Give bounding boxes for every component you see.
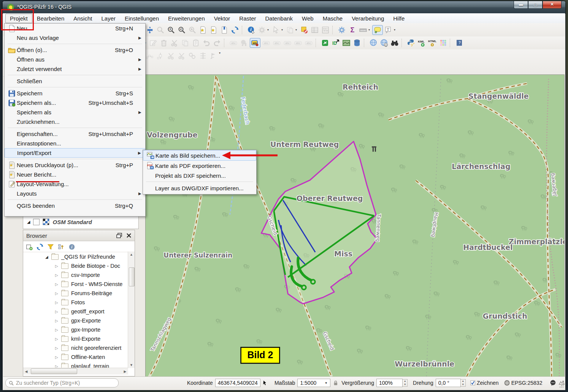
- project-menu-item-speichern-als[interactable]: Speichern als...Strg+Umschalt+S: [5, 98, 145, 107]
- browser-tree-item-forst-wms-dienste[interactable]: ▷Forst - WMS-Dienste: [23, 280, 128, 289]
- menubar-item-hilfe[interactable]: Hilfe: [389, 14, 409, 23]
- project-menu-item-speichern[interactable]: SpeichernStrg+S: [5, 89, 145, 98]
- redo-icon[interactable]: [212, 38, 222, 47]
- fill-ring-dropdown-icon[interactable]: ▾: [219, 51, 222, 55]
- color-grid-plugin-icon[interactable]: [438, 38, 448, 47]
- text-annotation-icon[interactable]: T: [384, 25, 393, 35]
- new-bookmark-icon[interactable]: [198, 25, 208, 35]
- menubar-item-einstellungen[interactable]: Einstellungen: [120, 14, 163, 23]
- split-parts-icon[interactable]: [177, 51, 187, 60]
- statistics-icon[interactable]: [320, 25, 330, 35]
- scroll-down-arrow[interactable]: ▼: [128, 362, 135, 368]
- deselect-features-icon[interactable]: [299, 25, 309, 35]
- magnifier-field[interactable]: 100%: [376, 379, 403, 387]
- layer-labeling-icon[interactable]: abc: [228, 38, 238, 47]
- zoom-full-icon[interactable]: [155, 25, 165, 35]
- menubar-item-ansicht[interactable]: Ansicht: [69, 14, 97, 23]
- tree-expanded-icon[interactable]: ◢: [45, 255, 51, 259]
- paste-features-icon[interactable]: [191, 38, 201, 47]
- layer-expand-arrow[interactable]: ◢: [27, 220, 30, 224]
- digitize-move-icon[interactable]: [155, 51, 165, 60]
- show-hidden-labels-icon[interactable]: abc: [272, 38, 282, 47]
- tree-collapsed-icon[interactable]: ▷: [55, 282, 60, 286]
- menubar-item-verarbeitung[interactable]: Verarbeitung: [347, 14, 389, 23]
- properties-info-icon[interactable]: i: [68, 243, 76, 250]
- browser-tree-item-gpx-importe[interactable]: ▷gpx-Importe: [23, 325, 128, 334]
- tree-collapsed-icon[interactable]: ▷: [55, 346, 60, 350]
- project-menu-item-einrastoptionen[interactable]: Einrastoptionen...: [5, 139, 145, 148]
- project-menu-item-zur-cknehmen[interactable]: Zurücknehmen...: [5, 117, 145, 126]
- menubar-item-bearbeiten[interactable]: Bearbeiten: [32, 14, 69, 23]
- tree-collapsed-icon[interactable]: ▷: [55, 355, 60, 359]
- tree-collapsed-icon[interactable]: ▷: [55, 273, 60, 277]
- render-checkbox[interactable]: [470, 380, 475, 386]
- maximize-button[interactable]: ▢: [528, 1, 543, 9]
- move-label-icon[interactable]: abc: [282, 38, 292, 47]
- tree-collapsed-icon[interactable]: ▷: [55, 328, 60, 332]
- project-menu-item-qgis-beenden[interactable]: QGIS beendenStrg+Q: [5, 201, 145, 210]
- layer-diagram-icon[interactable]: [239, 38, 249, 47]
- browser-tree-item-fotos[interactable]: ▷Fotos: [23, 298, 128, 307]
- project-menu-item-layout-verwaltung[interactable]: Layout-Verwaltung...: [5, 179, 145, 189]
- collapse-icon[interactable]: [57, 243, 65, 250]
- crs-value[interactable]: EPSG:25832: [511, 380, 543, 386]
- browser-tree-item-gpx-exporte[interactable]: ▷gpx-Exporte: [23, 316, 128, 325]
- project-menu-item-neuer-bericht[interactable]: Neuer Bericht...: [5, 170, 145, 179]
- rotation-spinner[interactable]: ▲▼: [461, 379, 466, 387]
- options-gear-icon[interactable]: [337, 25, 347, 35]
- project-menu-item-ffnen-aus[interactable]: Öffnen aus▶: [5, 55, 145, 64]
- tree-collapsed-icon[interactable]: ▷: [55, 291, 60, 296]
- project-menu-item-eigenschaften[interactable]: Eigenschaften...Strg+Umschalt+P: [5, 129, 145, 139]
- project-menu-item-zuletzt-verwendet[interactable]: Zuletzt verwendet▶: [5, 64, 145, 74]
- zoom-in-icon[interactable]: +: [166, 25, 176, 35]
- filter-icon[interactable]: [47, 243, 54, 250]
- close-button[interactable]: ✕: [543, 1, 562, 9]
- identify-features-icon[interactable]: i: [246, 25, 256, 35]
- browser-tree-item-csv-importe[interactable]: ▷csv-Importe: [23, 270, 128, 280]
- browser-tree-item-nicht-georeferenziert[interactable]: ▷nicht georeferenziert: [23, 343, 128, 352]
- plugin-id-icon[interactable]: ID: [331, 38, 341, 47]
- statistical-summary-icon[interactable]: Σ: [347, 25, 357, 35]
- menubar-item-erweiterungen[interactable]: Erweiterungen: [163, 14, 209, 23]
- project-menu-item-neu-aus-vorlage[interactable]: Neu aus Vorlage▶: [5, 33, 145, 43]
- scale-combobox[interactable]: 1:5000▼: [297, 379, 330, 387]
- reshape-icon[interactable]: [198, 51, 208, 60]
- layer-checkbox[interactable]: [33, 219, 40, 225]
- browser-tree-item-kml-exporte[interactable]: ▷kml-Exporte: [23, 334, 128, 343]
- fill-ring-icon[interactable]: [209, 51, 219, 60]
- cut-features-icon[interactable]: [170, 38, 179, 47]
- magnifier-spinner[interactable]: ▲▼: [403, 379, 408, 387]
- scroll-right-arrow[interactable]: ▶: [122, 370, 128, 373]
- vertical-scroll-thumb[interactable]: [129, 267, 135, 286]
- select-by-form-icon[interactable]: [285, 25, 295, 35]
- submenu-item-projekt-als-dxf-speichern[interactable]: Projekt als DXF speichern...: [143, 171, 256, 180]
- mouse-position-icon[interactable]: [262, 379, 268, 386]
- title-bar[interactable]: *QGIS-Pilzfr 16 - QGIS ▬ ▢ ✕: [3, 1, 565, 14]
- kml-tools-icon[interactable]: KML: [417, 38, 427, 47]
- pan-map-icon[interactable]: [145, 25, 155, 35]
- project-menu-item-neues-drucklayout-p[interactable]: Neues Drucklayout (p)...Strg+P: [5, 160, 145, 170]
- digitize-node-icon[interactable]: [145, 51, 155, 60]
- html-export-icon[interactable]: HTML: [427, 38, 437, 47]
- vertical-scrollbar[interactable]: ▲ ▼: [128, 251, 135, 368]
- toggle-editing-icon[interactable]: [148, 38, 158, 47]
- menubar-item-vektor[interactable]: Vektor: [209, 14, 235, 23]
- browser-tree-item-forums-beitr-ge[interactable]: ▷Forums-Beiträge: [23, 289, 128, 298]
- rotate-label-icon[interactable]: abc: [293, 38, 303, 47]
- scroll-left-arrow[interactable]: ◀: [23, 370, 29, 373]
- map-canvas[interactable]: RehteichStangenwäldleVolzengrubeUnterm R…: [145, 74, 565, 377]
- web-download-icon[interactable]: [368, 38, 378, 47]
- layers-panel-row[interactable]: ◢ OSM Standard: [23, 215, 139, 229]
- browser-tree-item-offline-karten[interactable]: ▷Offline-Karten: [23, 352, 128, 362]
- minimize-button[interactable]: ▬: [514, 1, 528, 9]
- tree-collapsed-icon[interactable]: ▷: [55, 319, 60, 323]
- change-label-icon[interactable]: abc: [304, 38, 314, 47]
- pin-labels-icon[interactable]: abc: [261, 38, 271, 47]
- lock-scale-icon[interactable]: [333, 380, 338, 386]
- plugin-wd-icon[interactable]: [320, 38, 330, 47]
- messages-icon[interactable]: [550, 379, 556, 387]
- tree-collapsed-icon[interactable]: ▷: [55, 337, 60, 341]
- show-bookmarks-icon[interactable]: [209, 25, 219, 35]
- text-annotation-dropdown-icon[interactable]: ▾: [394, 28, 397, 32]
- browser-tree-item-qgis-f-r-pilzfreunde[interactable]: ◢_QGIS für Pilzfreunde: [23, 252, 128, 261]
